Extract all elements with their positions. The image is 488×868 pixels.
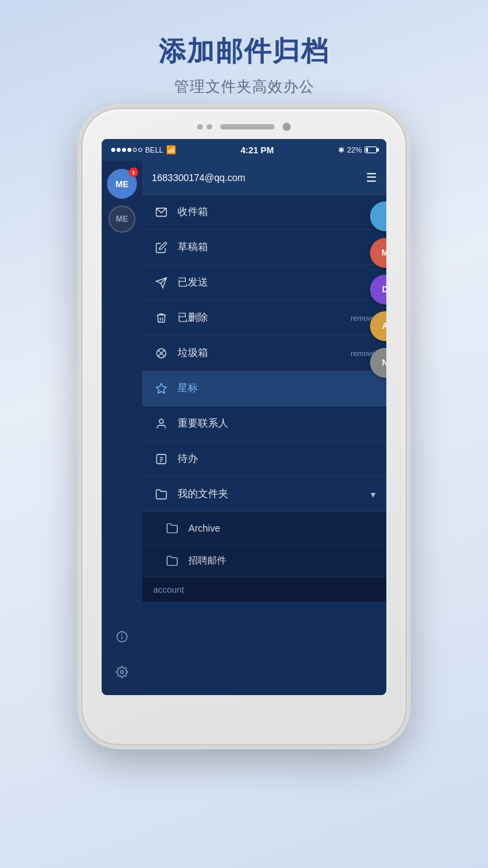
menu-item-my-folders[interactable]: 我的文件夹 ▾ <box>142 477 386 512</box>
battery-percent: 22% <box>347 146 362 154</box>
deleted-label: 已删除 <box>178 311 350 324</box>
phone-speaker <box>220 124 274 130</box>
svg-point-3 <box>121 671 124 674</box>
junk-icon <box>153 347 169 359</box>
menu-item-contacts[interactable]: 重要联系人 <box>142 406 386 441</box>
settings-button[interactable] <box>110 660 134 684</box>
subfolder-icon-archive <box>164 521 180 534</box>
page-subtitle: 管理文件夹高效办公 <box>159 77 329 97</box>
signal-dot-6 <box>138 148 142 152</box>
menu-item-todo[interactable]: 待办 <box>142 441 386 477</box>
menu-item-junk[interactable]: 垃圾箱 remove <box>142 336 386 371</box>
status-time: 4:21 PM <box>241 145 274 155</box>
contacts-label: 重要联系人 <box>178 417 375 430</box>
phone-screen: BELL 📶 4:21 PM ✱ 22% ME 1 ME <box>102 139 386 695</box>
svg-rect-10 <box>157 454 166 464</box>
dot-1 <box>197 124 203 130</box>
draft-icon <box>153 241 169 254</box>
my-folders-label: 我的文件夹 <box>178 488 371 500</box>
main-area: 1683300174@qq.com ☰ 收件箱 1 <box>142 161 386 695</box>
inbox-label: 收件箱 <box>178 205 370 218</box>
battery-fill <box>366 148 368 152</box>
phone-shell: BELL 📶 4:21 PM ✱ 22% ME 1 ME <box>81 108 407 745</box>
circle-red[interactable]: M <box>370 238 386 268</box>
archive-label: Archive <box>188 523 375 534</box>
jobs-label: 招聘邮件 <box>188 555 375 567</box>
todo-label: 待办 <box>178 452 375 465</box>
signal-dot-4 <box>127 148 131 152</box>
phone-indicator-dots <box>197 124 212 130</box>
send-icon <box>153 276 169 289</box>
sent-label: 已发送 <box>178 276 375 289</box>
junk-label: 垃圾箱 <box>178 347 350 359</box>
subfolder-jobs[interactable]: 招聘邮件 <box>142 545 386 577</box>
menu-item-sent[interactable]: 已发送 <box>142 265 386 300</box>
carrier-label: BELL <box>145 146 163 154</box>
signal-dot-1 <box>111 148 115 152</box>
contact-icon <box>153 417 169 430</box>
menu-item-drafts[interactable]: 草稿箱 <box>142 230 386 265</box>
signal-dot-3 <box>122 148 126 152</box>
circle-gray[interactable]: N <box>370 348 386 378</box>
svg-marker-8 <box>157 383 167 393</box>
svg-point-9 <box>159 419 163 423</box>
bluetooth-icon: ✱ <box>338 146 344 155</box>
gear-icon <box>116 666 128 678</box>
todo-icon <box>153 452 169 465</box>
folder-chevron: ▾ <box>371 489 375 500</box>
trash-icon <box>153 311 169 324</box>
status-bar: BELL 📶 4:21 PM ✱ 22% <box>102 139 386 161</box>
circle-orange[interactable]: A <box>370 311 386 341</box>
star-icon <box>153 382 169 395</box>
mail-icon <box>153 205 169 218</box>
phone-camera <box>283 123 291 131</box>
page-title: 添加邮件归档 <box>159 33 329 70</box>
app-content: ME 1 ME <box>102 161 386 695</box>
info-icon <box>116 631 128 643</box>
avatar-badge: 1 <box>129 167 138 177</box>
menu-item-starred[interactable]: 星标 <box>142 371 386 406</box>
menu-list[interactable]: 收件箱 1 草稿箱 <box>142 195 386 695</box>
sidebar-left: ME 1 ME <box>102 161 142 695</box>
account-header: 1683300174@qq.com ☰ <box>142 161 386 195</box>
avatar-primary[interactable]: ME 1 <box>107 169 137 199</box>
circle-blue[interactable] <box>370 201 386 231</box>
wifi-icon: 📶 <box>166 145 176 155</box>
page-header: 添加邮件归档 管理文件夹高效办公 <box>159 33 329 97</box>
signal-dots <box>111 148 142 152</box>
signal-dot-5 <box>133 148 137 152</box>
account-email: 1683300174@qq.com <box>152 172 245 183</box>
subfolder-archive[interactable]: Archive <box>142 512 386 545</box>
circle-purple[interactable]: D <box>370 275 386 304</box>
battery-icon <box>365 146 377 153</box>
folder-icon <box>153 488 169 500</box>
account-label-text: account <box>153 585 184 595</box>
subfolder-icon-jobs <box>164 554 180 567</box>
dot-2 <box>207 124 212 130</box>
avatar-secondary[interactable]: ME <box>108 205 136 233</box>
signal-dot-2 <box>117 148 121 152</box>
phone-top-bar <box>197 123 291 131</box>
menu-item-inbox[interactable]: 收件箱 1 <box>142 195 386 230</box>
starred-label: 星标 <box>178 382 375 395</box>
sidebar-bottom <box>110 625 134 695</box>
hamburger-button[interactable]: ☰ <box>366 170 377 185</box>
account-label-bar: account <box>142 577 386 601</box>
drafts-label: 草稿箱 <box>178 241 375 254</box>
menu-item-deleted[interactable]: 已删除 remove <box>142 300 386 336</box>
info-button[interactable] <box>110 625 134 649</box>
circles-right: M D A N <box>370 201 386 378</box>
